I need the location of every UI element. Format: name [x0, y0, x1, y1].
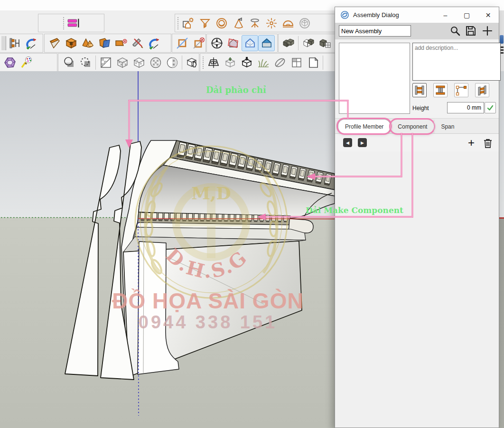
house-monochrome-icon[interactable]	[258, 35, 275, 51]
dialog-title: Assembly Dialog	[353, 11, 399, 19]
disc-stand-icon[interactable]	[246, 15, 263, 31]
toolbar-group-objects	[200, 53, 336, 72]
check-icon	[486, 104, 494, 112]
app-logo-icon	[341, 11, 349, 19]
toolbar-group-paint	[0, 53, 57, 72]
tab-component[interactable]: Component	[391, 120, 434, 133]
toolbar-group-transparency	[58, 53, 199, 72]
cone-flag-icon[interactable]	[230, 15, 246, 31]
starburst-light-icon[interactable]	[263, 15, 280, 31]
page-fold-icon[interactable]	[305, 55, 321, 71]
paintbrush-palette-icon[interactable]	[18, 55, 35, 71]
toolbar-grip[interactable]	[177, 16, 179, 30]
grass-tool-icon[interactable]	[255, 55, 271, 71]
circle-dashed-icon[interactable]	[77, 55, 94, 71]
toolbar-group-display	[206, 34, 278, 53]
grid-window-icon[interactable]	[288, 55, 305, 71]
swoosh-arrow-icon[interactable]	[146, 35, 162, 51]
polyhedron-purple-icon[interactable]	[1, 55, 18, 71]
beam-i-profile-button[interactable]	[433, 83, 448, 97]
profile-type-buttons	[412, 83, 497, 97]
checker-circle-icon[interactable]	[147, 55, 164, 71]
compass-tool-icon[interactable]	[208, 35, 225, 51]
trash-icon	[483, 138, 493, 149]
tab-span[interactable]: Span	[434, 120, 461, 133]
cube-arrow-up-icon[interactable]	[222, 55, 238, 71]
toolbar-group-solid-tools	[44, 34, 171, 53]
toolbar-separator	[95, 56, 96, 70]
toolbar-area	[0, 10, 336, 71]
clipped-toolbar-icon	[1, 36, 6, 50]
trapezoid-lock-icon[interactable]	[205, 55, 222, 71]
house-sun-icon[interactable]	[180, 15, 196, 31]
swoosh-arrow-icon[interactable]	[23, 35, 39, 51]
checker-cube-icon[interactable]	[114, 55, 131, 71]
trapezoid-x-icon[interactable]	[112, 35, 129, 51]
dentil-block	[164, 213, 169, 221]
maximize-button[interactable]: ▢	[456, 7, 477, 23]
close-button[interactable]: ✕	[477, 7, 499, 23]
dentil-block	[158, 213, 163, 221]
leaf-slash-icon[interactable]	[271, 55, 288, 71]
cones-union-icon[interactable]	[79, 35, 96, 51]
boxes-outline-icon[interactable]	[300, 35, 317, 51]
checker-cube-alt-icon[interactable]	[131, 55, 147, 71]
rings-light-icon[interactable]	[213, 15, 230, 31]
watermark-phone: 0944 338 151	[139, 312, 277, 332]
watermark-monogram: M,D	[191, 183, 231, 203]
globe-gray-icon[interactable]	[296, 15, 313, 31]
toolbar-group-face-marks	[172, 34, 206, 53]
next-member-button[interactable]: ▶	[358, 138, 367, 147]
member-list-toolbar: ◀ ▶ +	[335, 137, 499, 150]
toolbar-grip[interactable]	[62, 16, 65, 30]
house-back-edges-icon[interactable]	[242, 35, 258, 51]
dialog-titlebar[interactable]: Assembly Dialog –▢✕	[335, 7, 499, 23]
wedge-solid-icon[interactable]	[46, 35, 63, 51]
checker-half-circle-icon[interactable]	[164, 55, 180, 71]
member-list-area[interactable]	[335, 151, 499, 428]
height-input[interactable]	[447, 102, 484, 113]
search-icon[interactable]	[449, 25, 461, 37]
beam-h-profile-button[interactable]	[412, 83, 427, 97]
height-confirm-button[interactable]	[485, 102, 496, 113]
toolbar-grip[interactable]	[202, 56, 204, 70]
delete-member-button[interactable]	[483, 138, 493, 149]
toolbar-separator	[298, 36, 299, 50]
boxes-dark-icon[interactable]	[280, 35, 297, 51]
boxes-dark-grid-icon[interactable]	[317, 35, 333, 51]
square-red-x-icon[interactable]	[190, 35, 207, 51]
save-icon[interactable]	[465, 25, 476, 37]
pink-align-icon[interactable]	[65, 15, 82, 31]
circle-square-icon[interactable]	[61, 55, 77, 71]
toolbar-group-components	[278, 34, 336, 53]
cube-arrow-down-icon[interactable]	[238, 55, 255, 71]
profile-preview-box[interactable]	[339, 43, 410, 114]
3d-viewport[interactable]: M,D D.H.S.G ĐỒ HỌA SÀI GÒN 0944 338 151	[0, 71, 336, 428]
dialog-body: Height Profile MemberComponentSpan ◀ ▶ +	[335, 39, 499, 428]
box-hole-icon[interactable]	[63, 35, 79, 51]
funnel-light-icon[interactable]	[196, 15, 213, 31]
corner-polyline-profile-button[interactable]	[454, 83, 468, 97]
prev-member-button[interactable]: ◀	[343, 138, 352, 147]
dome-light-icon[interactable]	[280, 15, 296, 31]
toolbar-group-lights	[175, 14, 336, 32]
bracket-dim-icon[interactable]	[6, 35, 23, 51]
section-house-icon[interactable]	[225, 35, 242, 51]
assembly-dialog: Assembly Dialog –▢✕ Height	[335, 7, 499, 428]
trim-blue-icon[interactable]	[96, 35, 112, 51]
assembly-name-input[interactable]	[339, 25, 411, 37]
description-input[interactable]	[412, 43, 501, 81]
beam-skew-profile-button[interactable]	[475, 83, 489, 97]
knife-tool-icon[interactable]	[129, 35, 146, 51]
toolbar-group-edit	[0, 34, 43, 53]
dialog-tabbar: Profile MemberComponentSpan	[335, 118, 499, 134]
cube-hand-icon[interactable]	[184, 55, 200, 71]
dialog-header-strip	[335, 23, 499, 40]
minimize-button[interactable]: –	[435, 7, 456, 23]
checker-diagonal-icon[interactable]	[97, 55, 114, 71]
height-label: Height	[412, 105, 429, 112]
tab-profile-member[interactable]: Profile Member	[338, 119, 391, 133]
add-member-button[interactable]: +	[466, 137, 477, 149]
square-blue-line-icon[interactable]	[174, 35, 190, 51]
add-assembly-icon[interactable]	[482, 25, 493, 37]
